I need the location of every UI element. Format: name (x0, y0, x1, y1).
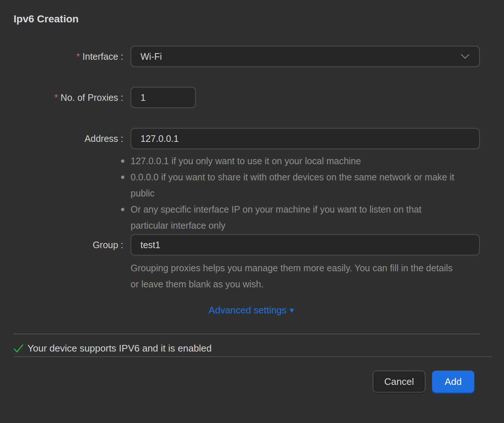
cancel-button[interactable]: Cancel (373, 371, 426, 393)
required-marker: * (54, 92, 58, 103)
field-label: Interface : (83, 51, 123, 62)
field-label: Group : (93, 240, 123, 250)
address-label: Address : (0, 133, 123, 144)
advanced-settings-label: Advanced settings (209, 305, 286, 316)
address-hint-text: Or any specific interface IP on your mac… (131, 201, 461, 233)
advanced-settings: Advanced settings ▼ (0, 305, 504, 316)
group-hint: Grouping proxies helps you manage them m… (131, 260, 461, 292)
divider (14, 356, 492, 357)
ipv6-status-text: Your device supports IPV6 and it is enab… (28, 343, 212, 354)
address-hint-item: 127.0.0.1 if you only want to use it on … (121, 153, 504, 169)
address-hint-text: 127.0.0.1 if you only want to use it on … (131, 153, 361, 169)
ipv6-creation-form: * Interface : Wi-Fi * No. of Proxies : (0, 46, 504, 316)
interface-select[interactable]: Wi-Fi (131, 46, 480, 67)
bullet-dot (121, 176, 124, 179)
advanced-settings-link[interactable]: Advanced settings ▼ (209, 305, 295, 316)
proxies-input[interactable] (131, 87, 196, 108)
field-label: No. of Proxies : (61, 92, 123, 103)
page-title: Ipv6 Creation (14, 13, 504, 25)
form-row-group: Group : Grouping proxies helps you manag… (0, 234, 504, 292)
dialog-footer: Cancel Add (0, 371, 504, 393)
address-hint-list: 127.0.0.1 if you only want to use it on … (121, 153, 504, 233)
triangle-down-icon: ▼ (288, 306, 295, 315)
group-label: Group : (0, 240, 123, 250)
address-input[interactable] (131, 128, 480, 149)
interface-label: * Interface : (0, 51, 123, 62)
address-hint-text: 0.0.0.0 if you want to share it with oth… (131, 169, 461, 201)
proxies-label: * No. of Proxies : (0, 92, 123, 103)
chevron-down-icon (461, 54, 470, 59)
address-hint-item: Or any specific interface IP on your mac… (121, 201, 504, 233)
ipv6-creation-dialog: Ipv6 Creation * Interface : Wi-Fi * No. … (0, 0, 504, 423)
field-label: Address : (84, 133, 123, 144)
address-hint-item: 0.0.0.0 if you want to share it with oth… (121, 169, 504, 201)
form-row-interface: * Interface : Wi-Fi (0, 46, 504, 67)
group-input[interactable] (131, 234, 480, 255)
ipv6-status-row: Your device supports IPV6 and it is enab… (14, 334, 504, 356)
interface-select-value: Wi-Fi (140, 51, 162, 62)
required-marker: * (76, 51, 80, 62)
bullet-dot (121, 208, 124, 211)
form-row-address: Address : 127.0.0.1 if you only want to … (0, 128, 504, 233)
add-button[interactable]: Add (432, 371, 474, 393)
bullet-dot (121, 159, 124, 163)
check-icon (14, 344, 24, 353)
form-row-proxies: * No. of Proxies : (0, 87, 504, 108)
